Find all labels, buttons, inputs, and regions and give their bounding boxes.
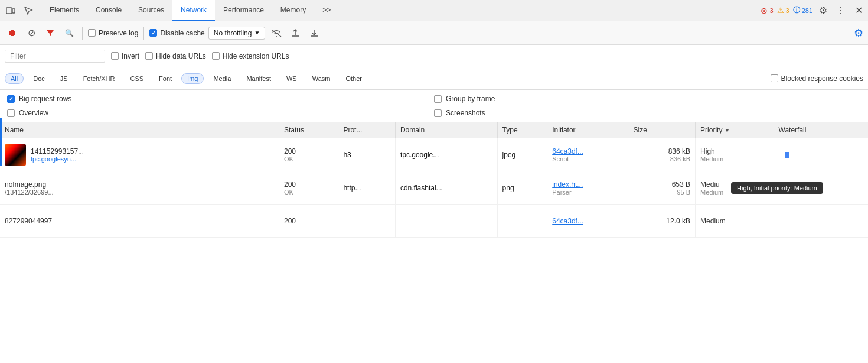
big-request-rows-toggle[interactable]: Big request rows: [7, 95, 434, 103]
cell-protocol-3: [338, 205, 395, 238]
big-request-rows-checkbox[interactable]: [7, 95, 15, 103]
network-settings-icon[interactable]: ⚙: [854, 27, 863, 40]
options-col-left: Big request rows Overview: [7, 95, 434, 117]
tab-elements[interactable]: Elements: [41, 0, 87, 21]
col-domain[interactable]: Domain: [395, 122, 497, 138]
screenshots-toggle[interactable]: Screenshots: [434, 109, 861, 117]
toolbar-right: ⚙: [854, 27, 863, 40]
type-filter-manifest[interactable]: Manifest: [240, 73, 277, 84]
col-name[interactable]: Name: [0, 122, 279, 138]
cell-status-3: 200: [279, 205, 338, 238]
cell-waterfall-3: [774, 205, 868, 238]
network-table-container: Name Status Prot... Domain Type Initiato…: [0, 122, 868, 363]
cell-waterfall-2: [774, 171, 868, 205]
cell-domain-3: [395, 205, 497, 238]
cell-waterfall-1: [774, 138, 868, 171]
disable-cache-checkbox[interactable]: [149, 29, 157, 37]
overview-toggle[interactable]: Overview: [7, 109, 434, 117]
info-badge: ⓘ 281: [793, 5, 812, 15]
type-filter-other[interactable]: Other: [340, 73, 368, 84]
cell-status-2: 200 OK: [279, 171, 338, 205]
priority-sort-icon[interactable]: ▼: [724, 127, 730, 134]
blocked-response-cookies-toggle[interactable]: Blocked response cookies: [771, 74, 863, 83]
type-filter-all[interactable]: All: [5, 73, 24, 84]
more-options-icon[interactable]: ⋮: [834, 4, 848, 18]
cell-priority-3: Medium: [696, 205, 774, 238]
error-badge: ⊗ 3: [761, 6, 773, 15]
chevron-down-icon: ▼: [254, 30, 260, 36]
settings-icon[interactable]: ⚙: [816, 4, 830, 18]
preserve-log-toggle[interactable]: Preserve log: [88, 29, 138, 37]
cell-protocol-2: http...: [338, 171, 395, 205]
type-filter-js[interactable]: JS: [54, 73, 74, 84]
cell-name-2: noImage.png /134122/32699...: [0, 171, 279, 205]
type-filter-img[interactable]: Img: [181, 73, 204, 84]
col-waterfall[interactable]: Waterfall: [774, 122, 868, 138]
tab-bar: Elements Console Sources Network Perform…: [0, 0, 868, 21]
col-status[interactable]: Status: [279, 122, 338, 138]
clear-button[interactable]: ⊘: [24, 25, 39, 41]
tab-performance[interactable]: Performance: [215, 0, 272, 21]
stop-recording-button[interactable]: ⏺: [5, 25, 20, 41]
thumbnail-1: [5, 144, 26, 166]
col-type[interactable]: Type: [497, 122, 547, 138]
group-by-frame-checkbox[interactable]: [434, 95, 442, 103]
type-filter-row: All Doc JS Fetch/XHR CSS Font Img Media …: [0, 67, 868, 90]
type-filter-font[interactable]: Font: [153, 73, 178, 84]
search-icon[interactable]: 🔍: [61, 25, 77, 41]
filter-icon[interactable]: [43, 25, 58, 41]
close-icon[interactable]: ✕: [851, 4, 866, 18]
hide-extension-urls-checkbox[interactable]: [212, 52, 220, 60]
cell-size-1: 836 kB 836 kB: [628, 138, 696, 171]
waterfall-bar-1: [785, 152, 789, 158]
type-filter-doc[interactable]: Doc: [27, 73, 51, 84]
cell-domain-1: tpc.google...: [395, 138, 497, 171]
type-filter-ws[interactable]: WS: [280, 73, 303, 84]
col-size[interactable]: Size: [628, 122, 696, 138]
group-by-frame-toggle[interactable]: Group by frame: [434, 95, 861, 103]
svg-rect-0: [6, 8, 12, 14]
hide-data-urls-checkbox[interactable]: [145, 52, 153, 60]
tab-sources[interactable]: Sources: [130, 0, 172, 21]
table-row[interactable]: 141152993157... tpc.googlesyn... 200 OK …: [0, 138, 868, 171]
cell-name-3: 827299044997: [0, 205, 279, 238]
overview-checkbox[interactable]: [7, 109, 15, 117]
disable-cache-toggle[interactable]: Disable cache: [149, 29, 204, 37]
table-row[interactable]: 827299044997 200 64ca3df... 12.0 kB: [0, 205, 868, 238]
screenshots-checkbox[interactable]: [434, 109, 442, 117]
options-col-right: Group by frame Screenshots: [434, 95, 861, 117]
network-toolbar: ⏺ ⊘ 🔍 Preserve log Disable cache No thro…: [0, 21, 868, 45]
blocked-response-cookies-checkbox[interactable]: [771, 74, 778, 82]
inspect-icon[interactable]: [20, 2, 37, 19]
cell-initiator-3: 64ca3df...: [547, 205, 628, 238]
col-initiator[interactable]: Initiator: [547, 122, 628, 138]
tab-memory[interactable]: Memory: [272, 0, 314, 21]
filter-row: Invert Hide data URLs Hide extension URL…: [0, 45, 868, 67]
type-filter-wasm[interactable]: Wasm: [306, 73, 337, 84]
hide-extension-urls-toggle[interactable]: Hide extension URLs: [212, 52, 289, 60]
device-toggle-icon[interactable]: [2, 2, 19, 19]
filter-input[interactable]: [5, 50, 105, 63]
type-filter-css[interactable]: CSS: [124, 73, 149, 84]
download-icon[interactable]: [306, 25, 322, 41]
invert-toggle[interactable]: Invert: [111, 52, 139, 60]
tab-more[interactable]: >>: [314, 0, 339, 21]
type-filter-fetch-xhr[interactable]: Fetch/XHR: [77, 73, 121, 84]
hide-data-urls-toggle[interactable]: Hide data URLs: [145, 52, 206, 60]
network-table: Name Status Prot... Domain Type Initiato…: [0, 122, 868, 238]
cell-type-2: png: [497, 171, 547, 205]
cell-size-3: 12.0 kB: [628, 205, 696, 238]
col-protocol[interactable]: Prot...: [338, 122, 395, 138]
invert-checkbox[interactable]: [111, 52, 119, 60]
wifi-icon[interactable]: [269, 25, 284, 41]
col-priority[interactable]: Priority ▼: [696, 122, 774, 138]
tab-console[interactable]: Console: [87, 0, 130, 21]
main-tabs: Elements Console Sources Network Perform…: [41, 0, 339, 21]
cell-status-1: 200 OK: [279, 138, 338, 171]
preserve-log-checkbox[interactable]: [88, 29, 96, 37]
upload-icon[interactable]: [288, 25, 303, 41]
throttle-dropdown[interactable]: No throttling ▼: [208, 27, 266, 40]
type-filter-media[interactable]: Media: [207, 73, 237, 84]
tab-network[interactable]: Network: [172, 0, 215, 21]
table-row[interactable]: noImage.png /134122/32699... 200 OK http…: [0, 171, 868, 205]
